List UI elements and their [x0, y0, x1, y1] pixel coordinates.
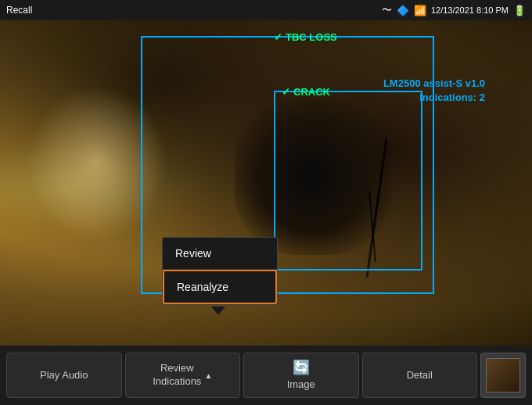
context-menu: Review Reanalyze	[162, 237, 278, 305]
toolbar: Play Audio ReviewIndications ▲ 🔄 Image D…	[0, 346, 532, 405]
menu-item-reanalyze[interactable]: Reanalyze	[163, 270, 277, 304]
thumbnail-image	[486, 358, 520, 392]
wifi-icon: 📶	[414, 5, 426, 16]
thumbnail-button[interactable]	[480, 353, 526, 398]
ai-model-name: LM2500 assist-S v1.0	[383, 77, 485, 91]
app-name: Recall	[6, 5, 32, 16]
annotation-tbc-loss: TBC LOSS	[274, 31, 337, 43]
menu-item-review[interactable]: Review	[163, 238, 277, 270]
dropdown-arrow	[211, 306, 225, 315]
status-right: 〜 🔷 📶 12/13/2021 8:10 PM 🔋	[382, 3, 526, 17]
annotation-crack: CRACK	[282, 86, 330, 98]
image-button[interactable]: 🔄 Image	[243, 353, 359, 398]
ai-indications-count: Indications: 2	[383, 91, 485, 105]
detail-button[interactable]: Detail	[362, 353, 478, 398]
play-audio-button[interactable]: Play Audio	[6, 353, 122, 398]
datetime: 12/13/2021 8:10 PM	[431, 5, 509, 15]
ai-model-label: LM2500 assist-S v1.0 Indications: 2	[383, 77, 485, 105]
review-indications-button[interactable]: ReviewIndications ▲	[125, 353, 241, 398]
bluetooth-icon: 🔷	[397, 5, 409, 16]
status-bar: Recall 〜 🔷 📶 12/13/2021 8:10 PM 🔋	[0, 0, 532, 20]
battery-icon: 🔋	[513, 5, 526, 16]
image-icon: 🔄	[293, 359, 310, 377]
activity-icon: 〜	[382, 3, 392, 17]
chevron-up-icon: ▲	[204, 371, 212, 381]
